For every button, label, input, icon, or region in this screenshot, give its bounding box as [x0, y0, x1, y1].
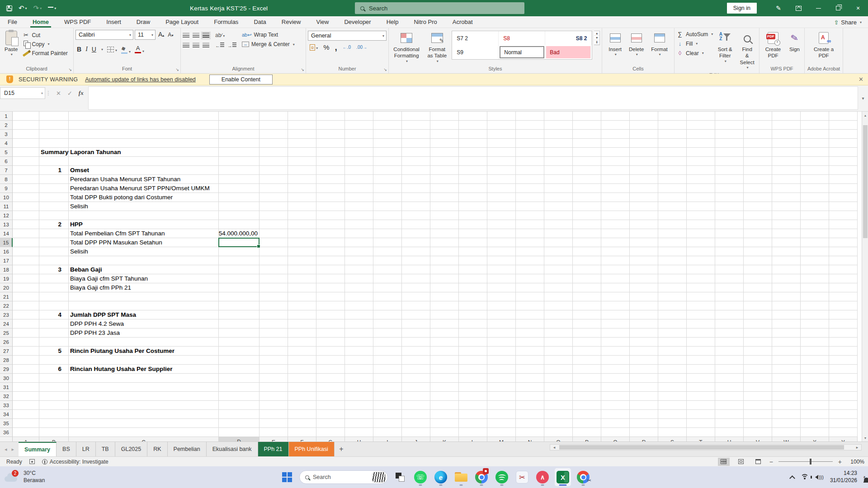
cell-D8[interactable]: [219, 175, 259, 184]
cell-L36[interactable]: [459, 428, 487, 437]
cell-P3[interactable]: [573, 130, 601, 139]
cell-I34[interactable]: [373, 410, 402, 419]
cell-A21[interactable]: [13, 292, 39, 301]
cell-J11[interactable]: [402, 202, 430, 211]
cell-F31[interactable]: [288, 383, 316, 392]
format-as-table-button[interactable]: Format as Table▾: [424, 30, 450, 65]
cell-R6[interactable]: [630, 157, 658, 166]
cell-I20[interactable]: [373, 283, 402, 292]
cell-C12[interactable]: [69, 211, 219, 220]
row-header-10[interactable]: 10: [0, 193, 13, 202]
cell-L2[interactable]: [459, 121, 487, 130]
cell-M17[interactable]: [487, 256, 516, 265]
row-header-9[interactable]: 9: [0, 184, 13, 193]
cell-K11[interactable]: [430, 202, 459, 211]
cell-P12[interactable]: [573, 211, 601, 220]
cell-R31[interactable]: [630, 383, 658, 392]
cell-E12[interactable]: [259, 211, 288, 220]
cell-V4[interactable]: [744, 139, 772, 148]
cell-P1[interactable]: [573, 112, 601, 121]
cell-D3[interactable]: [219, 130, 259, 139]
cell-J4[interactable]: [402, 139, 430, 148]
cell-B35[interactable]: [39, 419, 69, 428]
zoom-slider[interactable]: [778, 461, 833, 462]
page-layout-view-button[interactable]: [735, 458, 747, 466]
cell-X4[interactable]: [801, 139, 829, 148]
cell-W7[interactable]: [772, 166, 801, 175]
cell-R2[interactable]: [630, 121, 658, 130]
cell-M23[interactable]: [487, 310, 516, 319]
cell-O6[interactable]: [544, 157, 573, 166]
cell-C17[interactable]: [69, 256, 219, 265]
cell-A32[interactable]: [13, 392, 39, 401]
cell-P20[interactable]: [573, 283, 601, 292]
enable-content-button[interactable]: Enable Content: [209, 75, 273, 84]
decrease-indent-button[interactable]: ←: [215, 42, 224, 48]
cell-R33[interactable]: [630, 401, 658, 410]
cell-H14[interactable]: [345, 229, 373, 238]
cell-P33[interactable]: [573, 401, 601, 410]
cell-P5[interactable]: [573, 148, 601, 157]
cell-J20[interactable]: [402, 283, 430, 292]
cell-A36[interactable]: [13, 428, 39, 437]
cell-W5[interactable]: [772, 148, 801, 157]
cell-W28[interactable]: [772, 356, 801, 365]
cell-X22[interactable]: [801, 301, 829, 310]
cell-K13[interactable]: [430, 220, 459, 229]
cell-H20[interactable]: [345, 283, 373, 292]
cell-P32[interactable]: [573, 392, 601, 401]
cell-T8[interactable]: [687, 175, 715, 184]
menu-tab-formulas[interactable]: Formulas: [206, 16, 246, 28]
cell-O12[interactable]: [544, 211, 573, 220]
formula-input[interactable]: [88, 86, 858, 110]
cell-V35[interactable]: [744, 419, 772, 428]
cell-P23[interactable]: [573, 310, 601, 319]
cell-H26[interactable]: [345, 338, 373, 347]
cell-I26[interactable]: [373, 338, 402, 347]
cell-L17[interactable]: [459, 256, 487, 265]
cell-H16[interactable]: [345, 247, 373, 256]
undo-button[interactable]: ↶▾: [19, 4, 27, 12]
increase-font-size-button[interactable]: A▴: [157, 30, 165, 40]
cell-N34[interactable]: [516, 410, 544, 419]
cell-G27[interactable]: [316, 347, 345, 356]
cell-E1[interactable]: [259, 112, 288, 121]
cell-I6[interactable]: [373, 157, 402, 166]
cell-H25[interactable]: [345, 328, 373, 338]
cell-C16[interactable]: Selisih: [69, 247, 219, 256]
page-break-view-button[interactable]: [752, 458, 764, 466]
cell-D10[interactable]: [219, 193, 259, 202]
cell-A4[interactable]: [13, 139, 39, 148]
accessibility-status[interactable]: Accessibility: Investigate: [42, 459, 108, 465]
row-header-8[interactable]: 8: [0, 175, 13, 184]
cell-N1[interactable]: [516, 112, 544, 121]
cell-R11[interactable]: [630, 202, 658, 211]
create-a-pdf-button[interactable]: Create a PDF: [807, 30, 841, 61]
align-left-button[interactable]: [183, 43, 189, 48]
cell-V6[interactable]: [744, 157, 772, 166]
cell-T33[interactable]: [687, 401, 715, 410]
cell-P11[interactable]: [573, 202, 601, 211]
merge-center-button[interactable]: ↔Merge & Center▾: [242, 41, 295, 47]
cell-P2[interactable]: [573, 121, 601, 130]
column-header-v[interactable]: V: [744, 437, 772, 441]
cell-I18[interactable]: [373, 265, 402, 274]
cell-C15[interactable]: Total DPP PPN Masukan Setahun: [69, 238, 219, 247]
cell-R19[interactable]: [630, 274, 658, 283]
cell-H12[interactable]: [345, 211, 373, 220]
cell-R25[interactable]: [630, 328, 658, 338]
cell-U10[interactable]: [715, 193, 744, 202]
cell-G20[interactable]: [316, 283, 345, 292]
cell-L32[interactable]: [459, 392, 487, 401]
cell-B22[interactable]: [39, 301, 69, 310]
cell-C11[interactable]: Selisih: [69, 202, 219, 211]
cell-G14[interactable]: [316, 229, 345, 238]
cell-L31[interactable]: [459, 383, 487, 392]
row-header-1[interactable]: 1: [0, 112, 13, 121]
column-header-l[interactable]: L: [459, 437, 487, 441]
taskbar-app-excel[interactable]: X: [555, 468, 571, 486]
cell-O35[interactable]: [544, 419, 573, 428]
cell-C4[interactable]: [69, 139, 219, 148]
cell-Q10[interactable]: [601, 193, 630, 202]
menu-tab-view[interactable]: View: [308, 16, 336, 28]
